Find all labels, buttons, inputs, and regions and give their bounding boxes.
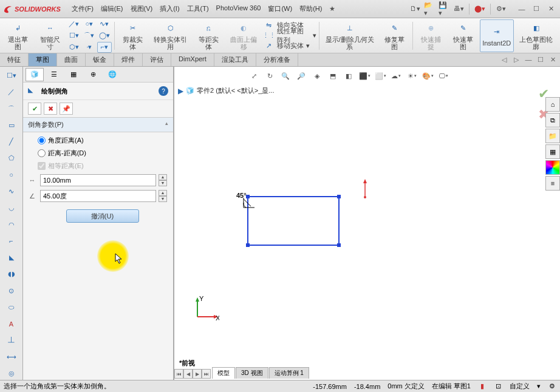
vt-rotate[interactable]: ↻ (263, 69, 276, 83)
lt-select[interactable]: ☐▾ (3, 69, 20, 82)
angle-input[interactable] (40, 190, 156, 202)
lt-slot[interactable]: ◖◗ (3, 268, 20, 280)
radio-angle-distance[interactable]: 角度距离(A) (38, 136, 167, 145)
ptab-appearance[interactable]: 🌐 (103, 68, 121, 81)
handle-tr[interactable] (337, 195, 341, 198)
vt-zoom-area[interactable]: 🔎 (295, 69, 308, 83)
vt-section[interactable]: ⬒ (326, 69, 340, 83)
vt-draft[interactable]: ◧ (342, 69, 355, 83)
rect-tool[interactable]: ☐▾ (67, 30, 81, 41)
handle-bl[interactable] (246, 243, 250, 247)
convert-button[interactable]: ⬡ 转换实体引用 (149, 19, 192, 52)
new-icon[interactable]: 🗋▾ (409, 4, 420, 15)
radio-dist-dist-input[interactable] (38, 149, 46, 157)
sb-lock-icon[interactable]: ▮ (478, 382, 487, 391)
rebuild-icon[interactable]: ⬤▾ (474, 4, 485, 15)
tab-weldment[interactable]: 焊件 (114, 53, 143, 66)
ptab-display[interactable]: ▦ (64, 68, 83, 81)
bn-prev[interactable]: ◀ (183, 369, 193, 379)
graphics-area[interactable]: ⤢ ↻ 🔍 🔎 ◈ ⬒ ◧ ⬛▾ ⬜▾ ☁▾ ☀▾ 🎨▾ 🖵▾ ▶ 🧊 零件2 … (174, 67, 560, 380)
tab-evaluate[interactable]: 评估 (143, 53, 171, 66)
tab-features[interactable]: 特征 (0, 53, 29, 66)
ptab-config[interactable]: ☰ (45, 68, 63, 81)
lt-line2[interactable]: ╱ (3, 135, 20, 148)
fillet-tool[interactable]: ⌐▾ (97, 42, 112, 53)
tab-analysis[interactable]: 分析准备 (256, 53, 298, 66)
menu-tools[interactable]: 工具(T) (185, 3, 211, 15)
vt-prev-view[interactable]: ◈ (310, 69, 324, 83)
breadcrumb[interactable]: ▶ 🧊 零件2 (默认< <默认>_显... (178, 86, 274, 95)
contour-button[interactable]: ◧ 上色草图轮廓 (515, 19, 558, 52)
save-icon[interactable]: 💾▾ (439, 4, 449, 15)
instant2d-button[interactable]: ⇥ Instant2D (480, 19, 514, 52)
vt-appearance[interactable]: 🎨▾ (421, 69, 434, 83)
radio-angle-dist-input[interactable] (38, 137, 46, 144)
lt-arc[interactable]: ⌒ (3, 103, 20, 115)
lt-polygon[interactable]: ⬠ (3, 152, 20, 164)
lt-fillet[interactable]: ⌐ (3, 235, 20, 248)
point-tool[interactable]: ·▾ (82, 42, 97, 53)
options-icon[interactable]: ⚙▾ (496, 4, 507, 15)
lt-text[interactable]: A (3, 317, 20, 330)
lt-construct[interactable]: 丄 (3, 334, 20, 346)
bn-first[interactable]: ⏮ (174, 369, 183, 379)
sb-custom[interactable]: 自定义 (510, 382, 530, 391)
menu-insert[interactable]: 插入(I) (157, 3, 182, 15)
sketch-rectangle[interactable] (247, 196, 340, 246)
lt-point[interactable]: ⊙ (3, 284, 20, 297)
angle-spinner[interactable]: ▲▼ (159, 190, 167, 202)
lt-dim[interactable]: ⟷ (3, 351, 20, 363)
doc-next[interactable]: ▷ (511, 55, 521, 64)
btab-model[interactable]: 模型 (212, 367, 235, 379)
vt-style[interactable]: ⬛▾ (358, 69, 371, 83)
linear-pattern-icon[interactable]: ⋮⋮ (264, 30, 275, 41)
quick-sketch-button[interactable]: ✎ 快速草图 (448, 19, 479, 52)
lt-center[interactable]: ◎ (3, 367, 20, 380)
doc-prev[interactable]: ◁ (499, 55, 509, 64)
vt-hlr[interactable]: ⬜▾ (374, 69, 387, 83)
doc-max[interactable]: ☐ (536, 55, 545, 64)
vt-scene[interactable]: ☁▾ (389, 69, 403, 83)
vt-zoom[interactable]: 🔍 (279, 69, 292, 83)
doc-min[interactable]: — (524, 55, 533, 64)
bn-next[interactable]: ▶ (193, 369, 202, 379)
radio-distance-distance[interactable]: 距离-距离(D) (38, 149, 167, 158)
vt-display[interactable]: 🖵▾ (437, 69, 450, 83)
tab-sheetmetal[interactable]: 钣金 (86, 53, 114, 66)
menu-help[interactable]: 帮助(H) (297, 3, 324, 15)
tab-dimxpert[interactable]: DimXpert (171, 53, 214, 66)
maximize-button[interactable]: ☐ (530, 4, 543, 15)
doc-close[interactable]: ✕ (548, 55, 558, 64)
minimize-button[interactable]: — (515, 4, 528, 15)
undo-button[interactable]: 撤消(U) (66, 209, 139, 223)
open-icon[interactable]: 📂▾ (424, 4, 435, 15)
menu-photoview[interactable]: PhotoView 360 (214, 3, 264, 15)
lt-arc3[interactable]: ◠ (3, 218, 20, 231)
sb-unit-icon[interactable]: ⊡ (494, 382, 502, 391)
rr-file-exp[interactable]: 📁 (545, 129, 560, 143)
rr-view-pal[interactable]: ▦ (545, 144, 560, 159)
vt-camera[interactable]: ☀▾ (405, 69, 418, 83)
lt-chamfer[interactable]: ◣ (3, 251, 20, 264)
lt-ellipse[interactable]: ⬭ (3, 301, 20, 314)
rr-custom[interactable]: ≡ (545, 176, 560, 191)
lt-line[interactable]: ／ (3, 86, 20, 98)
ok-button[interactable]: ✔ (28, 103, 41, 115)
exit-sketch-button[interactable]: ↲ 退出草图 (2, 19, 33, 52)
ellipse-tool[interactable]: ◯▾ (97, 30, 112, 41)
close-button[interactable]: ✕ (544, 4, 558, 15)
repair-button[interactable]: ✎ 修复草图 (379, 19, 410, 52)
polygon-tool[interactable]: ⬡▾ (67, 42, 81, 53)
pin-button[interactable]: 📌 (60, 103, 73, 115)
cancel-button[interactable]: ✖ (44, 103, 57, 115)
lt-spline2[interactable]: ∿ (3, 185, 20, 198)
help-icon[interactable]: ? (159, 86, 168, 96)
equidist-button[interactable]: ⎌ 等距实体 (193, 19, 224, 52)
menu-view[interactable]: 视图(V) (128, 3, 155, 15)
move-label[interactable]: 移动实体 (277, 41, 304, 50)
params-header[interactable]: 倒角参数(P) (23, 117, 173, 132)
print-icon[interactable]: 🖶▾ (453, 4, 464, 15)
tab-surface[interactable]: 曲面 (57, 53, 86, 66)
relations-button[interactable]: ⊥ 显示/删除几何关系 (322, 19, 378, 52)
line-tool[interactable]: ／▾ (67, 19, 81, 30)
